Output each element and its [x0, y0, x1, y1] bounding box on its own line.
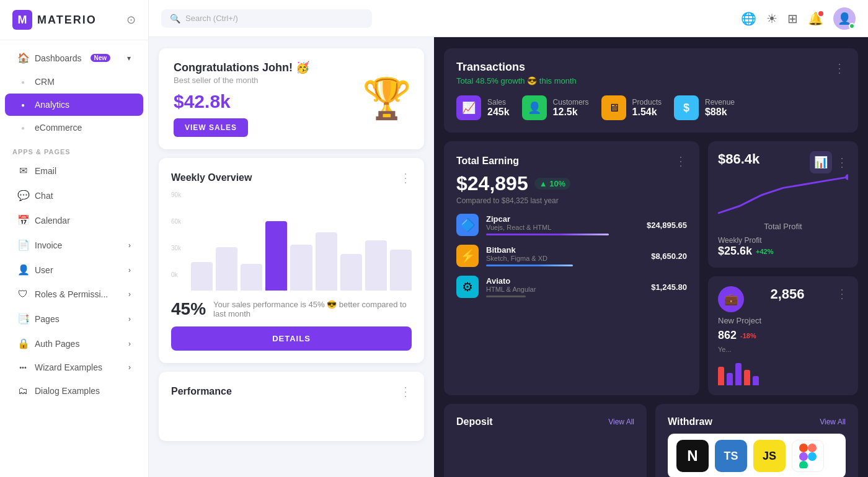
zipcar-tech: Vuejs, React & HTML	[486, 224, 639, 231]
tx-stat-customers: 👤 Customers 12.5k	[522, 95, 589, 120]
content-right: Transactions Total 48.5% growth 😎 this m…	[434, 37, 868, 477]
sidebar-item-label: Dialog Examples	[35, 386, 100, 396]
sidebar-item-label: eCommerce	[35, 123, 82, 133]
sidebar-item-label: CRM	[35, 77, 55, 87]
tx-header-info: Transactions Total 48.5% growth 😎 this m…	[456, 61, 577, 95]
np-label: New Project	[718, 316, 848, 325]
chevron-right-icon: ›	[128, 266, 131, 274]
sidebar-item-ecommerce[interactable]: ● eCommerce	[5, 116, 143, 139]
earning-title: Total Earning	[456, 155, 519, 167]
congrats-title: Congratulations John! 🥳	[174, 61, 309, 74]
sales-label: Sales	[487, 98, 510, 107]
zipcar-icon: 🔷	[456, 214, 479, 236]
sidebar-item-dialog[interactable]: 🗂 Dialog Examples	[5, 379, 143, 403]
np-mini-bars	[718, 361, 848, 385]
sidebar-item-crm[interactable]: ● CRM	[5, 71, 143, 93]
mini-bar-4	[744, 370, 750, 385]
withdraw-view-all[interactable]: View All	[820, 418, 846, 426]
chart-label-90k: 90k	[171, 191, 188, 198]
grid-icon[interactable]: ⊞	[787, 11, 798, 26]
dialog-icon: 🗂	[17, 385, 29, 396]
view-sales-button[interactable]: VIEW SALES	[174, 118, 248, 137]
sidebar-item-wizard[interactable]: ••• Wizard Examples ›	[5, 356, 143, 379]
profit-amount: $86.4k	[718, 151, 760, 167]
chart-icon: 📊	[810, 151, 832, 173]
sidebar-item-pages[interactable]: 📑 Pages ›	[5, 307, 143, 331]
sidebar-item-analytics[interactable]: ● Analytics	[5, 94, 143, 116]
deposit-card: Deposit View All	[444, 404, 647, 477]
right-side-stack: $86.4k 📊 ⋮ Total Profit	[708, 141, 858, 395]
sidebar-item-label: Chat	[35, 191, 53, 201]
translate-icon[interactable]: 🌐	[741, 11, 756, 26]
np-menu-icon[interactable]: ⋮	[836, 286, 848, 301]
mini-bar-1	[718, 367, 724, 385]
sidebar-item-calendar[interactable]: 📅 Calendar	[5, 208, 143, 232]
sidebar-item-roles[interactable]: 🛡 Roles & Permissi... ›	[5, 282, 143, 306]
tx-menu-icon[interactable]: ⋮	[833, 61, 846, 76]
tx-stat-revenue: $ Revenue $88k	[674, 95, 735, 120]
tech-logos-row: N TS JS	[668, 434, 846, 477]
customers-value: 12.5k	[553, 107, 589, 118]
sidebar-item-email[interactable]: ✉ Email	[5, 159, 143, 183]
sidebar-item-label: Auth Pages	[35, 339, 79, 349]
nextjs-logo: N	[676, 440, 709, 472]
profit-menu-icon[interactable]: ⋮	[836, 155, 848, 170]
sidebar-item-dashboards[interactable]: 🏠 Dashboards New ▾	[5, 46, 143, 70]
performance-card: Performance ⋮	[159, 372, 424, 441]
weekly-menu-icon[interactable]: ⋮	[399, 170, 412, 185]
earning-menu-icon[interactable]: ⋮	[675, 154, 687, 168]
profit-header: $86.4k 📊 ⋮	[718, 151, 848, 173]
chart-label-30k: 30k	[171, 245, 188, 252]
theme-icon[interactable]: ☀	[766, 11, 777, 26]
notification-icon[interactable]: 🔔	[808, 11, 823, 26]
np-count-wrap: 2,856	[770, 286, 804, 302]
chart-label-60k: 60k	[171, 218, 188, 225]
details-button[interactable]: DETAILS	[171, 326, 412, 351]
performance-title: Performance	[171, 386, 232, 397]
np-icon: 💼	[718, 286, 744, 312]
circle-icon: ●	[17, 125, 29, 131]
weekly-profit-label: Weekly Profit	[718, 236, 848, 245]
products-label: Products	[632, 98, 662, 107]
deposit-view-all[interactable]: View All	[608, 418, 634, 426]
weekly-title: Weekly Overview	[171, 172, 252, 183]
circle-active-icon: ●	[17, 102, 29, 108]
withdraw-card: Withdraw View All N TS JS	[655, 404, 858, 477]
bar-1	[191, 262, 213, 291]
sidebar-item-auth[interactable]: 🔒 Auth Pages ›	[5, 331, 143, 356]
sidebar-item-chat[interactable]: 💬 Chat	[5, 183, 143, 208]
earning-row-bitbank: ⚡ Bitbank Sketch, Figma & XD $8,650.20	[456, 245, 687, 267]
products-value: 1.54k	[632, 107, 662, 118]
congrats-amount: $42.8k	[174, 91, 309, 112]
earning-compare: Compared to $84,325 last year	[456, 196, 687, 205]
new-project-card: 💼 2,856 ⋮ New Project 862 -18% Ye...	[708, 276, 858, 395]
search-bar[interactable]: 🔍 Search (Ctrl+/)	[161, 9, 372, 28]
revenue-label: Revenue	[705, 98, 735, 107]
bar-8	[365, 240, 387, 291]
aviato-bar	[486, 295, 526, 297]
javascript-logo: JS	[753, 440, 786, 472]
content-left: Congratulations John! 🥳 Best seller of t…	[149, 37, 434, 477]
total-profit-card: $86.4k 📊 ⋮ Total Profit	[708, 141, 858, 268]
sidebar-item-invoice[interactable]: 📄 Invoice ›	[5, 233, 143, 257]
chart-label-0k: 0k	[171, 271, 188, 278]
sidebar-item-label: Calendar	[35, 216, 70, 225]
weekly-chart: 90k 60k 30k 0k	[171, 191, 412, 291]
bar-5	[290, 245, 312, 291]
search-placeholder: Search (Ctrl+/)	[185, 14, 238, 23]
aviato-value: $1,245.80	[651, 282, 687, 292]
zipcar-value-wrap: $24,895.65	[647, 221, 687, 230]
congrats-subtitle: Best seller of the month	[174, 76, 309, 85]
performance-menu-icon[interactable]: ⋮	[399, 384, 412, 399]
avatar-wrap[interactable]: 👤	[833, 7, 856, 30]
chart-y-labels: 90k 60k 30k 0k	[171, 191, 188, 278]
tx-stat-info: Customers 12.5k	[553, 98, 589, 118]
bottom-row: Deposit View All Withdraw View All N TS …	[444, 404, 858, 477]
sidebar-item-user[interactable]: 👤 User ›	[5, 258, 143, 282]
chevron-down-icon: ▾	[127, 54, 131, 63]
np-year-label: Ye...	[718, 346, 848, 353]
new-badge: New	[91, 54, 111, 62]
congrats-info: Congratulations John! 🥳 Best seller of t…	[174, 61, 309, 137]
earning-row-zipcar: 🔷 Zipcar Vuejs, React & HTML $24,895.65	[456, 214, 687, 236]
sidebar-toggle-icon[interactable]: ⊙	[126, 13, 136, 27]
